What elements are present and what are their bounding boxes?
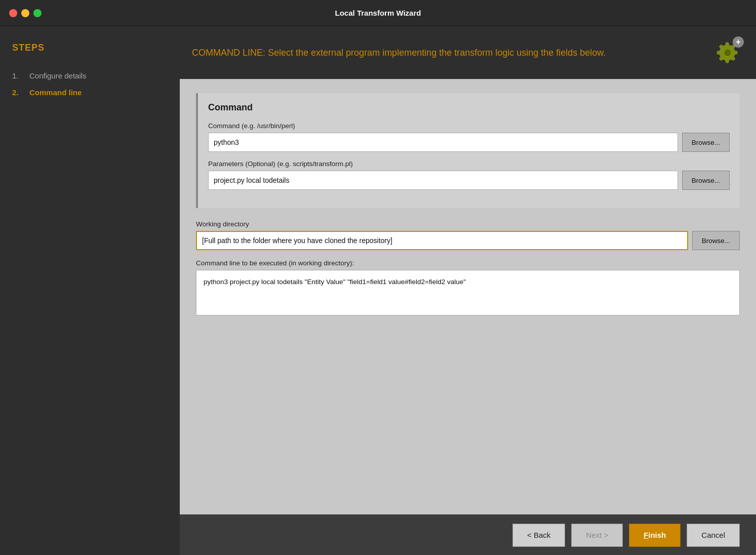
params-input-row: Browse...: [208, 171, 730, 190]
window-title: Local Transform Wizard: [335, 9, 421, 17]
next-button: Next >: [571, 524, 623, 547]
finish-rest: inish: [648, 531, 666, 539]
content-area: COMMAND LINE: Select the external progra…: [180, 26, 756, 555]
cancel-button[interactable]: Cancel: [687, 524, 740, 547]
title-bar: Local Transform Wizard: [0, 0, 756, 26]
form-area: Command Command (e.g. /usr/bin/perl) Bro…: [180, 79, 756, 514]
window-controls: [9, 9, 42, 17]
step-number-1: 1.: [12, 71, 24, 80]
finish-button[interactable]: Finish: [629, 524, 681, 547]
main-container: STEPS 1. Configure details 2. Command li…: [0, 26, 756, 555]
bottom-bar: < Back Next > Finish Cancel: [180, 514, 756, 555]
working-dir-input-row: Browse...: [196, 231, 740, 250]
cmdline-section: Command line to be executed (in working …: [196, 259, 740, 315]
sidebar-heading: STEPS: [12, 43, 168, 53]
working-dir-section: Working directory Browse...: [196, 220, 740, 250]
command-field-group: Command (e.g. /usr/bin/perl) Browse...: [208, 122, 730, 152]
svg-point-0: [724, 49, 731, 56]
maximize-button[interactable]: [33, 9, 42, 17]
plus-badge: +: [733, 36, 744, 48]
params-field-group: Parameters (Optional) (e.g. scripts/tran…: [208, 160, 730, 190]
step-number-2: 2.: [12, 88, 24, 97]
params-label: Parameters (Optional) (e.g. scripts/tran…: [208, 160, 730, 168]
back-button[interactable]: < Back: [512, 524, 565, 547]
command-input[interactable]: [208, 133, 678, 152]
working-dir-browse-button[interactable]: Browse...: [692, 231, 740, 250]
close-button[interactable]: [9, 9, 17, 17]
params-input[interactable]: [208, 171, 678, 190]
command-section-title: Command: [208, 102, 730, 113]
command-section: Command Command (e.g. /usr/bin/perl) Bro…: [196, 93, 740, 208]
working-dir-input[interactable]: [196, 231, 688, 250]
step-label-1: Configure details: [29, 71, 87, 80]
command-browse-button[interactable]: Browse...: [682, 133, 730, 152]
header-description: COMMAND LINE: Select the external progra…: [192, 46, 606, 60]
content-header: COMMAND LINE: Select the external progra…: [180, 26, 756, 79]
step-label-2: Command line: [29, 88, 82, 97]
header-icon-container: +: [711, 36, 744, 69]
command-label: Command (e.g. /usr/bin/perl): [208, 122, 730, 130]
minimize-button[interactable]: [21, 9, 29, 17]
params-browse-button[interactable]: Browse...: [682, 171, 730, 190]
sidebar: STEPS 1. Configure details 2. Command li…: [0, 26, 180, 555]
sidebar-item-configure-details[interactable]: 1. Configure details: [12, 67, 168, 84]
cmdline-label: Command line to be executed (in working …: [196, 259, 740, 267]
finish-underline-char: F: [644, 531, 648, 539]
command-input-row: Browse...: [208, 133, 730, 152]
sidebar-item-command-line[interactable]: 2. Command line: [12, 84, 168, 101]
cmdline-display: python3 project.py local todetails "Enti…: [196, 270, 740, 315]
working-dir-label: Working directory: [196, 220, 740, 228]
